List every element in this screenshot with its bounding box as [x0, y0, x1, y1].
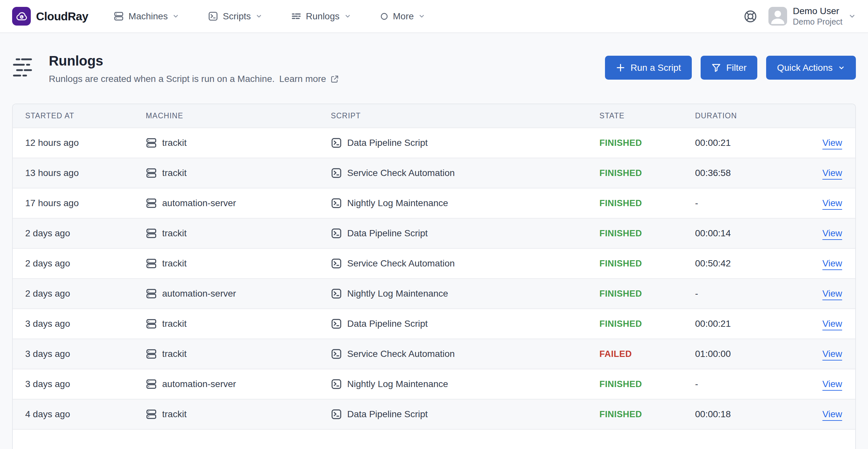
machine-cell: trackit: [146, 137, 331, 148]
nav-label: Scripts: [223, 11, 251, 22]
script-name: Nightly Log Maintenance: [347, 289, 448, 299]
duration-cell: 01:00:00: [695, 349, 797, 359]
duration-cell: -: [695, 198, 797, 208]
view-link[interactable]: View: [823, 228, 842, 238]
chevron-down-icon: [172, 13, 179, 20]
chevron-down-icon: [255, 13, 262, 20]
user-project: Demo Project: [793, 17, 842, 27]
terminal-icon: [331, 409, 342, 420]
server-icon: [146, 379, 157, 390]
script-cell: Nightly Log Maintenance: [331, 379, 599, 390]
script-cell: Service Check Automation: [331, 349, 599, 360]
machine-cell: trackit: [146, 168, 331, 179]
table-row: 2 days ago trackit Service Check Automat…: [13, 248, 855, 278]
view-link[interactable]: View: [823, 379, 842, 389]
state-badge: FAILED: [599, 349, 695, 359]
view-link[interactable]: View: [823, 289, 842, 299]
terminal-icon: [331, 198, 342, 209]
quick-actions-button[interactable]: Quick Actions: [766, 56, 856, 80]
state-badge: FINISHED: [599, 319, 695, 329]
view-link[interactable]: View: [823, 409, 842, 419]
view-cell: View: [797, 409, 855, 419]
table-body: 12 hours ago trackit Data Pipeline Scrip…: [13, 127, 855, 449]
column-header-duration: DURATION: [695, 112, 797, 120]
started-at-cell: 13 hours ago: [13, 168, 146, 178]
view-cell: View: [797, 228, 855, 239]
nav-item-runlogs[interactable]: Runlogs: [291, 11, 351, 22]
profile-menu[interactable]: Demo User Demo Project: [768, 6, 856, 27]
script-cell: Data Pipeline Script: [331, 228, 599, 239]
state-badge: FINISHED: [599, 379, 695, 389]
brand-logo[interactable]: CloudRay: [12, 7, 88, 26]
runlogs-icon: [291, 11, 301, 21]
state-badge: FINISHED: [599, 229, 695, 239]
script-name: Nightly Log Maintenance: [347, 379, 448, 389]
user-name: Demo User: [793, 6, 842, 17]
machine-cell: trackit: [146, 228, 331, 239]
filter-button[interactable]: Filter: [701, 56, 757, 80]
server-icon: [146, 349, 157, 360]
script-name: Data Pipeline Script: [347, 409, 428, 419]
view-cell: View: [797, 138, 855, 148]
script-name: Service Check Automation: [347, 168, 455, 178]
learn-more-label: Learn more: [279, 74, 326, 84]
nav-item-machines[interactable]: Machines: [114, 11, 179, 22]
table-row: 3 days ago trackit Service Check Automat…: [13, 338, 855, 369]
run-a-script-button[interactable]: Run a Script: [605, 56, 692, 80]
table-row: 13 hours ago trackit Service Check Autom…: [13, 158, 855, 188]
view-link[interactable]: View: [823, 168, 842, 178]
server-icon: [146, 288, 157, 299]
started-at-cell: 17 hours ago: [13, 198, 146, 208]
state-badge: FINISHED: [599, 289, 695, 299]
terminal-icon: [331, 349, 342, 360]
view-link[interactable]: View: [823, 319, 842, 329]
avatar: [768, 7, 787, 26]
machine-name: automation-server: [162, 198, 236, 208]
started-at-cell: 2 days ago: [13, 258, 146, 269]
script-name: Service Check Automation: [347, 258, 455, 269]
view-link[interactable]: View: [823, 198, 842, 208]
machine-name: trackit: [162, 138, 187, 148]
duration-cell: 00:00:21: [695, 138, 797, 148]
brand-name: CloudRay: [36, 10, 88, 23]
server-icon: [146, 228, 157, 239]
terminal-icon: [331, 258, 342, 269]
machine-name: trackit: [162, 319, 187, 329]
table-row: 3 days ago automation-server Nightly Log…: [13, 369, 855, 399]
script-cell: Data Pipeline Script: [331, 409, 599, 420]
nav-item-more[interactable]: More: [380, 11, 426, 22]
table-header-row: STARTED AT MACHINE SCRIPT STATE DURATION: [13, 104, 855, 127]
started-at-cell: 3 days ago: [13, 379, 146, 389]
script-cell: Service Check Automation: [331, 168, 599, 179]
learn-more-link[interactable]: Learn more: [279, 74, 339, 84]
chevron-down-icon: [344, 13, 351, 20]
column-header-started-at: STARTED AT: [13, 112, 146, 120]
script-cell: Nightly Log Maintenance: [331, 198, 599, 209]
page-title: Runlogs: [49, 53, 339, 69]
server-icon: [146, 318, 157, 329]
table-row: 17 hours ago automation-server Nightly L…: [13, 188, 855, 218]
nav-label: Machines: [128, 11, 168, 22]
script-cell: Service Check Automation: [331, 258, 599, 269]
view-cell: View: [797, 349, 855, 359]
state-badge: FINISHED: [599, 168, 695, 178]
page-actions: Run a Script Filter Quick Actions: [605, 56, 856, 80]
navbar-right: Demo User Demo Project: [743, 6, 856, 27]
duration-cell: 00:00:21: [695, 319, 797, 329]
run-a-script-label: Run a Script: [630, 63, 681, 73]
machine-name: trackit: [162, 168, 187, 178]
view-link[interactable]: View: [823, 349, 842, 359]
machine-cell: automation-server: [146, 198, 331, 209]
runlogs-page-icon: [12, 56, 34, 84]
top-navbar: CloudRay Machines Scripts Runlogs More: [0, 0, 868, 33]
help-lifebuoy-icon[interactable]: [743, 9, 758, 24]
machine-name: automation-server: [162, 289, 236, 299]
machine-cell: trackit: [146, 258, 331, 269]
server-icon: [146, 409, 157, 420]
nav-item-scripts[interactable]: Scripts: [208, 11, 262, 22]
view-link[interactable]: View: [823, 138, 842, 148]
plus-icon: [616, 63, 625, 72]
started-at-cell: 4 days ago: [13, 409, 146, 419]
view-link[interactable]: View: [823, 258, 842, 268]
table-row: 2 days ago trackit Data Pipeline Script …: [13, 218, 855, 248]
